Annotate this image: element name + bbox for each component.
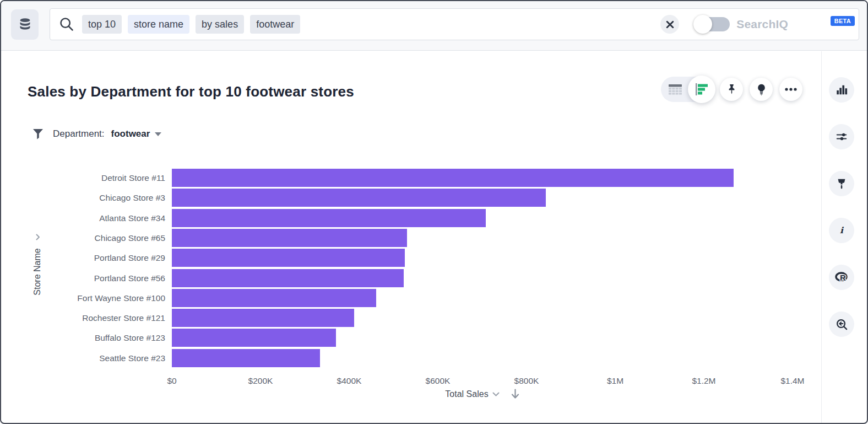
- search-bar-right: SearchIQ: [660, 15, 850, 34]
- bar[interactable]: [172, 229, 407, 247]
- top-bar: top 10store nameby salesfootwear SearchI…: [1, 1, 867, 51]
- chart-row: Chicago Store #65: [1, 228, 821, 248]
- x-axis-title[interactable]: Total Sales: [445, 389, 488, 399]
- bar[interactable]: [172, 309, 354, 327]
- search-token[interactable]: top 10: [82, 15, 122, 34]
- bar[interactable]: [172, 269, 404, 287]
- chart-row: Portland Store #29: [1, 248, 821, 268]
- search-arrow-icon: [836, 318, 848, 331]
- sidebar-configure-button[interactable]: [829, 124, 854, 149]
- search-tokens: top 10store nameby salesfootwear: [82, 15, 300, 34]
- more-options-button[interactable]: [779, 78, 802, 101]
- chart-row: Buffalo Store #123: [1, 328, 821, 348]
- x-axis-tick-label: $0: [167, 376, 176, 386]
- info-icon: i: [836, 224, 848, 237]
- column-chart-icon: [836, 84, 848, 96]
- filter-icon: [32, 128, 44, 140]
- x-axis-tick-label: $1.4M: [780, 376, 804, 386]
- search-icon: [59, 17, 74, 32]
- brush-icon: [836, 178, 848, 190]
- x-axis-tick-label: $800K: [514, 376, 539, 386]
- chart-row: Fort Wayne Store #100: [1, 288, 821, 308]
- more-options-icon: [784, 87, 798, 92]
- sidebar-style-button[interactable]: [829, 171, 854, 196]
- r-logo-icon: R: [834, 271, 849, 284]
- bar[interactable]: [172, 349, 320, 367]
- x-axis-tick-label: $200K: [248, 376, 273, 386]
- sliders-icon: [836, 131, 848, 143]
- y-axis-label[interactable]: Detroit Store #11: [1, 168, 165, 187]
- searchiq-label: SearchIQ: [736, 18, 788, 31]
- sidebar-r-analysis-button[interactable]: R: [829, 265, 854, 290]
- search-bar[interactable]: top 10store nameby salesfootwear SearchI…: [50, 8, 859, 40]
- chart-row: Portland Store #56: [1, 269, 821, 288]
- y-axis-label[interactable]: Chicago Store #3: [1, 188, 165, 207]
- x-axis-tick-label: $1M: [607, 376, 623, 386]
- bar[interactable]: [172, 169, 734, 187]
- lightbulb-icon: [755, 83, 768, 96]
- sidebar-chart-type-button[interactable]: [829, 77, 854, 103]
- y-axis-label[interactable]: Buffalo Store #123: [1, 328, 165, 347]
- y-axis-label[interactable]: Chicago Store #65: [1, 228, 165, 248]
- chart-view-button[interactable]: [688, 76, 715, 103]
- filter-value[interactable]: footwear: [111, 128, 150, 139]
- bar[interactable]: [172, 209, 486, 227]
- y-axis-label[interactable]: Fort Wayne Store #100: [1, 288, 165, 308]
- chart-row: Atlanta Store #34: [1, 208, 821, 228]
- chart-row: Detroit Store #11: [1, 168, 821, 188]
- chart-row: Seattle Store #23: [1, 348, 821, 368]
- searchiq-toggle[interactable]: [695, 17, 730, 31]
- sidebar-underlying-data-button[interactable]: [829, 312, 854, 337]
- filter-row: Department: footwear: [32, 126, 161, 142]
- bar[interactable]: [172, 189, 546, 207]
- close-icon: [666, 20, 674, 29]
- table-view-icon[interactable]: [668, 84, 682, 97]
- x-axis-tick-label: $400K: [337, 376, 362, 386]
- bar[interactable]: [172, 329, 336, 347]
- filter-label: Department:: [53, 128, 105, 139]
- answer-toolbar: [661, 77, 802, 102]
- clear-search-button[interactable]: [660, 15, 679, 34]
- bar-chart: Store Name Detroit Store #11Chicago Stor…: [1, 168, 821, 411]
- toggle-knob: [693, 15, 712, 34]
- chart-row: Chicago Store #3: [1, 188, 821, 208]
- pin-icon: [725, 83, 738, 96]
- insights-button[interactable]: [750, 78, 773, 101]
- y-axis-label[interactable]: Rochester Store #121: [1, 308, 165, 328]
- bar-chart-icon: [695, 83, 709, 96]
- pin-button[interactable]: [720, 78, 743, 101]
- chart-row: Rochester Store #121: [1, 308, 821, 328]
- x-axis-tick-label: $1.2M: [692, 376, 715, 386]
- sidebar-divider: [821, 51, 822, 423]
- search-token[interactable]: store name: [128, 15, 189, 34]
- beta-badge: BETA: [831, 16, 855, 26]
- sort-descending-icon[interactable]: [507, 389, 519, 399]
- bar[interactable]: [172, 249, 405, 267]
- data-source-button[interactable]: [11, 9, 39, 40]
- x-axis-title-group[interactable]: Total Sales: [172, 389, 793, 399]
- app-window: top 10store nameby salesfootwear SearchI…: [0, 0, 868, 424]
- y-axis-label[interactable]: Seattle Store #23: [1, 348, 165, 368]
- svg-text:i: i: [840, 225, 844, 235]
- sidebar-info-button[interactable]: i: [829, 218, 854, 243]
- x-axis-tick-label: $600K: [426, 376, 451, 386]
- svg-text:R: R: [840, 273, 846, 282]
- answer-title: Sales by Department for top 10 footwear …: [28, 83, 354, 100]
- database-icon: [18, 17, 32, 32]
- search-token[interactable]: footwear: [250, 15, 300, 34]
- y-axis-label[interactable]: Atlanta Store #34: [1, 208, 165, 228]
- search-token[interactable]: by sales: [196, 15, 244, 34]
- y-axis-label[interactable]: Portland Store #29: [1, 248, 165, 267]
- chevron-down-icon[interactable]: [155, 132, 161, 136]
- view-toggle[interactable]: [661, 77, 713, 102]
- y-axis-label[interactable]: Portland Store #56: [1, 269, 165, 288]
- chevron-down-icon: [492, 392, 500, 396]
- bar[interactable]: [172, 289, 376, 307]
